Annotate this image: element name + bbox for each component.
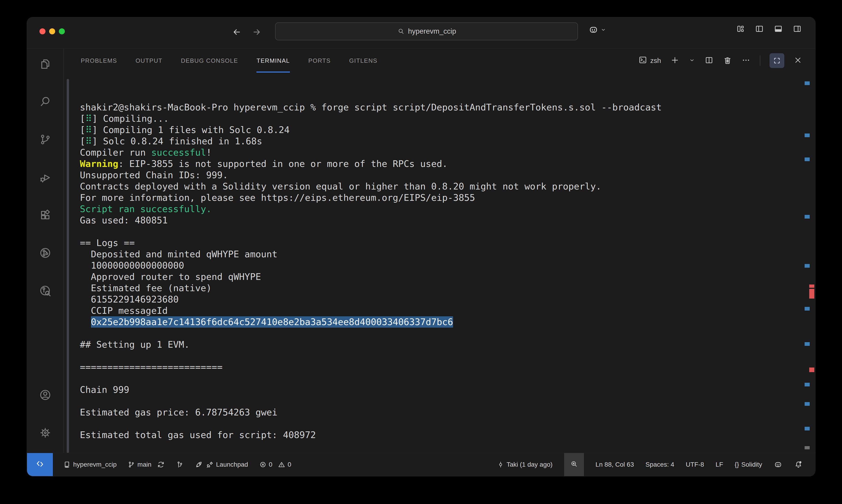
status-bar: hyperevm_ccip main [27,453,815,476]
customize-layout-icon[interactable] [736,24,745,33]
search-icon [397,28,405,35]
eol-label: LF [716,461,723,468]
zoom-status-item[interactable] [564,453,584,476]
maximize-panel-button[interactable] [770,53,784,68]
zoom-window-button[interactable] [59,29,65,34]
ruler-mark-blue [805,82,810,85]
terminal-line: CCIP messageId [80,305,801,316]
remote-icon [36,460,44,470]
blame-label: Taki (1 day ago) [506,461,553,468]
zoom-in-icon [570,460,578,469]
forward-button[interactable] [248,24,265,40]
account-icon [39,389,51,402]
gitlens-icon [39,247,51,260]
ruler-mark-blue [805,383,810,386]
terminal-line [80,226,801,237]
more-actions-icon[interactable] [741,56,751,66]
indentation-status-item[interactable]: Spaces: 4 [645,461,674,468]
sidebar-item-run-debug[interactable] [33,165,58,191]
terminal-line: [⠿] Compiling 1 files with Solc 0.8.24 [80,124,801,136]
sidebar-item-gitlens[interactable] [33,240,58,266]
terminal-line: ========================== [80,361,801,373]
sidebar-item-commit-graph[interactable] [33,278,58,304]
terminal-line: shakir2@shakirs-MacBook-Pro hyperevm_cci… [80,102,801,113]
close-panel-icon[interactable] [793,56,802,66]
encoding-status-item[interactable]: UTF-8 [686,461,704,468]
search-value: hyperevm_ccip [408,27,456,36]
split-terminal-icon[interactable] [704,56,714,66]
tab-debug-console[interactable]: DEBUG CONSOLE [181,49,238,73]
terminal-output[interactable]: shakir2@shakirs-MacBook-Pro hyperevm_cci… [64,73,801,453]
terminal-line: == Logs == [80,237,801,249]
sidebar-item-search[interactable] [33,89,58,115]
terminal-shell-selector[interactable]: zsh [638,55,661,66]
terminal-line: Chain 999 [80,384,801,395]
blame-status-item[interactable]: Taki (1 day ago) [497,461,553,468]
terminal-line: Approved router to spend qWHYPE [80,271,801,283]
plug-icon [205,461,214,469]
run-debug-icon [39,171,51,184]
language-label: Solidity [741,461,762,468]
ruler-mark-blue [805,427,810,430]
kill-terminal-icon[interactable] [723,56,732,66]
panel-tabs: PROBLEMS OUTPUT DEBUG CONSOLE TERMINAL P… [64,49,377,73]
titlebar: hyperevm_ccip [27,17,815,49]
ruler-mark-red [809,289,814,299]
tab-output[interactable]: OUTPUT [136,49,162,73]
tab-label: OUTPUT [136,57,162,64]
branch-status-item[interactable]: main [127,461,165,468]
language-status-item[interactable]: {} Solidity [735,461,762,468]
terminal-line [80,418,801,429]
status-bar-right: Taki (1 day ago) Ln 88, Col 63 Spaces: 4… [497,453,815,476]
shell-label: zsh [650,57,661,65]
repo-icon [63,461,71,468]
graph-icon [176,461,184,468]
sidebar-item-explorer[interactable] [33,51,58,77]
tab-label: PROBLEMS [81,57,117,64]
eol-status-item[interactable]: LF [716,461,723,468]
launchpad-status-item[interactable]: Launchpad [195,461,248,469]
new-terminal-icon[interactable] [670,56,680,66]
terminal-line: Estimated gas price: 6.78754263 gwei [80,407,801,418]
sync-icon[interactable] [157,461,165,468]
toggle-panel-icon[interactable] [774,24,783,33]
ruler-mark-blue [805,215,810,219]
ruler-mark-blue [805,133,810,137]
back-button[interactable] [228,24,245,40]
terminal-icon [638,55,648,66]
toggle-primary-sidebar-icon[interactable] [755,24,764,33]
toggle-secondary-sidebar-icon[interactable] [793,24,802,33]
terminal-line: Deposited and minted qWHYPE amount [80,249,801,260]
terminal-line [80,440,801,452]
commit-graph-status-item[interactable] [176,461,184,468]
terminal-line [80,373,801,384]
sidebar-item-accounts[interactable] [33,382,58,408]
close-window-button[interactable] [39,29,46,34]
terminal-line: [⠿] Compiling... [80,113,801,124]
copilot-menu-button[interactable] [588,25,606,36]
remote-indicator[interactable] [27,453,53,476]
command-center-search[interactable]: hyperevm_ccip [275,22,578,40]
notifications-status-item[interactable] [794,460,803,469]
cursor-position-status-item[interactable]: Ln 88, Col 63 [596,461,634,468]
tab-terminal[interactable]: TERMINAL [256,49,290,73]
sidebar-item-source-control[interactable] [33,127,58,153]
copilot-status-item[interactable] [774,460,783,469]
tab-gitlens[interactable]: GITLENS [349,49,377,73]
repo-status-item[interactable]: hyperevm_ccip [63,461,117,468]
sidebar-item-extensions[interactable] [33,203,58,229]
terminal-line: Gas used: 480851 [80,215,801,226]
terminal-line [80,395,801,407]
problems-status-item[interactable]: 0 0 [259,461,291,468]
gear-icon [39,427,51,440]
braces-icon: {} [735,461,739,468]
tab-ports[interactable]: PORTS [308,49,331,73]
sidebar-item-settings[interactable] [33,420,58,446]
error-icon [259,461,267,468]
panel-actions: zsh [638,49,815,73]
terminal-line [80,328,801,339]
minimize-window-button[interactable] [49,29,55,34]
search-icon [39,95,51,109]
tab-problems[interactable]: PROBLEMS [81,49,117,73]
launch-profile-chevron-icon[interactable] [689,57,695,64]
